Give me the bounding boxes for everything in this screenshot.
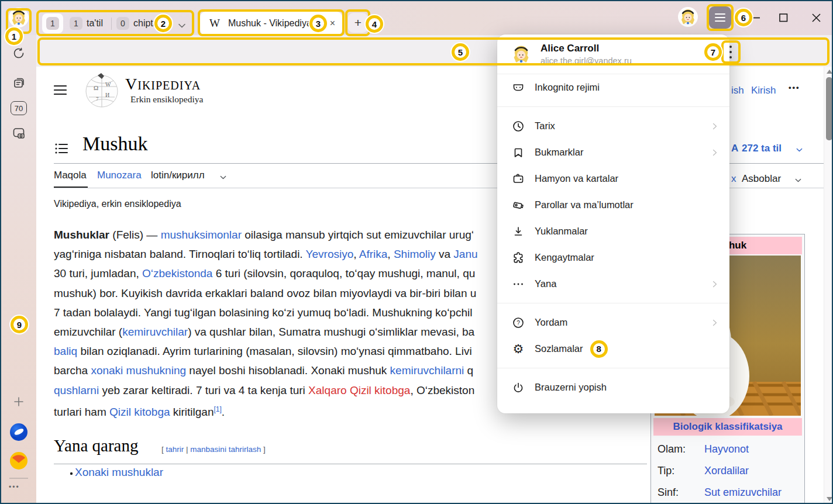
create-account-link-fragment[interactable]: ish (731, 85, 744, 96)
article-line: mushuk) bor. Kuyikish davrida erkaklari … (54, 284, 500, 303)
pipe: | (186, 445, 188, 454)
article-link[interactable]: kemiruvchilar (122, 326, 188, 338)
header-more-icon[interactable]: ••• (789, 83, 800, 92)
contents-toc-icon[interactable] (55, 143, 68, 154)
tools-button[interactable]: Asboblar (742, 173, 781, 185)
scrollbar-thumb[interactable] (826, 77, 832, 140)
languages-chevron-icon[interactable] (795, 146, 804, 154)
profile-avatar[interactable] (9, 8, 29, 27)
page-scrollbar[interactable] (824, 67, 833, 504)
infobox-row-link[interactable]: Hayvonot (704, 443, 749, 455)
tools-chevron-icon[interactable] (794, 176, 803, 185)
article-text: bilan oziqlanadi. Ayrim turlarining (mas… (77, 345, 471, 357)
screenshot-icon[interactable] (12, 126, 26, 140)
menu-item-downloads[interactable]: Yuklanmalar (497, 218, 729, 244)
tab-group-active-chip[interactable]: 1 (42, 13, 63, 33)
edit-source-link[interactable]: manbasini tahrirlash (190, 445, 261, 454)
article-text: , (353, 248, 359, 260)
article-link[interactable]: baliq (54, 345, 77, 357)
feed-notes-icon[interactable] (12, 77, 25, 89)
alice-avatar-icon (9, 8, 29, 27)
tab-article[interactable]: Maqola (54, 170, 87, 181)
wiki-hamburger-icon[interactable] (54, 84, 67, 96)
wiki-wordmark[interactable]: Vikipediya (125, 75, 201, 94)
article-link[interactable]: Qizil kitobga (109, 406, 170, 418)
article-link[interactable]: [1] (214, 405, 222, 413)
profile-avatar-right[interactable] (678, 7, 698, 27)
article-text: emizuvchilar ( (54, 326, 122, 338)
infobox-section-header[interactable]: Biologik klassifikatsiya (653, 418, 802, 436)
menu-item-wallet[interactable]: Hamyon va kartalar (497, 165, 729, 192)
alice-avatar-icon (678, 7, 698, 27)
edit-link[interactable]: tahrir (166, 445, 184, 454)
history-sync-icon[interactable] (12, 47, 25, 60)
yandex-mail-icon[interactable] (10, 452, 27, 470)
article-link[interactable]: Shimoliy (394, 248, 436, 260)
tab-count-label: 70 (15, 104, 23, 113)
callout-9: 9 (11, 316, 28, 333)
wikipedia-globe-logo: Ω W И 7 (84, 71, 119, 109)
power-icon (511, 381, 525, 395)
sidebar-add-icon[interactable] (13, 396, 24, 407)
menu-item-bookmarks[interactable]: Bukmarklar (497, 139, 729, 165)
menu-item-passwords[interactable]: Parollar va ma’lumotlar (497, 192, 729, 218)
menu-item-label: Yana (535, 278, 556, 289)
tab-close-icon[interactable]: × (330, 18, 335, 29)
browser-menu-button[interactable] (709, 6, 731, 29)
menu-item-label: Yuklanmalar (535, 226, 588, 237)
menu-item-history[interactable]: Tarix (497, 113, 729, 139)
article-link[interactable]: mushuksimonlar (161, 229, 242, 241)
menu-item-quit[interactable]: Brauzerni yopish (497, 374, 729, 401)
see-also-rule (54, 464, 647, 464)
article-link[interactable]: qushlarni (54, 384, 99, 396)
close-button[interactable] (812, 13, 821, 22)
chevron-right-icon (710, 147, 720, 158)
menu-item-extensions[interactable]: Kengaytmalar (497, 244, 729, 271)
tab-counter[interactable]: 70 (11, 101, 27, 115)
new-tab-button[interactable]: + (348, 13, 368, 33)
article-text: yeb zarar keltiradi. 7 turi va 4 ta kenj… (99, 384, 308, 396)
menu-kebab-icon[interactable] (728, 44, 733, 60)
article-link[interactable]: Janu (453, 248, 477, 260)
infobox-row-label: Tip: (658, 465, 704, 477)
see-also-item-link[interactable]: Xonaki mushuklar (75, 466, 163, 479)
variant-chevron-icon[interactable] (219, 173, 228, 182)
chevron-right-icon (710, 279, 720, 289)
menu-item-incognito[interactable]: Inkognito rejimi (497, 74, 729, 101)
group-1-label[interactable]: ta'til (87, 18, 103, 29)
clock-icon (511, 119, 525, 133)
article-text: . (222, 406, 225, 418)
side-panel: 70 ••• (1, 35, 36, 504)
groups-chevron-down-icon[interactable] (177, 20, 187, 31)
article-link[interactable]: Afrika (359, 248, 388, 260)
article-link[interactable]: kemiruvchilarni (390, 364, 464, 377)
maximize-button[interactable] (779, 13, 788, 22)
infobox-row-label: Olam: (658, 443, 704, 455)
callout-3: 3 (309, 15, 327, 32)
article-link[interactable]: Yevrosiyo (306, 248, 354, 260)
languages-button[interactable]: 272 ta til (742, 143, 782, 154)
scroll-down-arrow[interactable] (827, 497, 832, 501)
minimize-button[interactable] (752, 17, 760, 19)
menu-item-more[interactable]: Yana (497, 271, 729, 297)
article-text: , (387, 248, 394, 260)
yandex-browser-icon[interactable] (10, 423, 27, 441)
menu-item-settings[interactable]: ⚙ Sozlamalar 8 (497, 336, 729, 362)
login-link[interactable]: Kirish (751, 85, 776, 96)
menu-user-header[interactable]: Alice Carroll alice.the.girl@yandex.ru (497, 34, 729, 74)
svg-text:Ω: Ω (94, 84, 98, 91)
menu-item-label: Tarix (535, 120, 555, 132)
infobox-row-link[interactable]: Sut emizuvchilar (704, 486, 782, 499)
article-link[interactable]: xonaki mushukning (91, 364, 186, 377)
sidebar-more-dots[interactable]: ••• (9, 483, 20, 491)
article-link[interactable]: Oʻzbekistonda (142, 267, 212, 279)
scroll-up-arrow[interactable] (827, 70, 832, 74)
plus-icon: + (354, 16, 362, 30)
article-link[interactable]: Xalqaro Qizil kitobga (308, 384, 410, 396)
tab-talk[interactable]: Munozara (97, 170, 142, 181)
tab-variant[interactable]: lotin/кирилл (151, 170, 205, 181)
infobox-row-link[interactable]: Xordalilar (704, 465, 749, 477)
menu-item-help[interactable]: ? Yordam (497, 309, 729, 336)
callout-6: 6 (735, 9, 752, 26)
menu-item-label: Yordam (535, 317, 567, 328)
